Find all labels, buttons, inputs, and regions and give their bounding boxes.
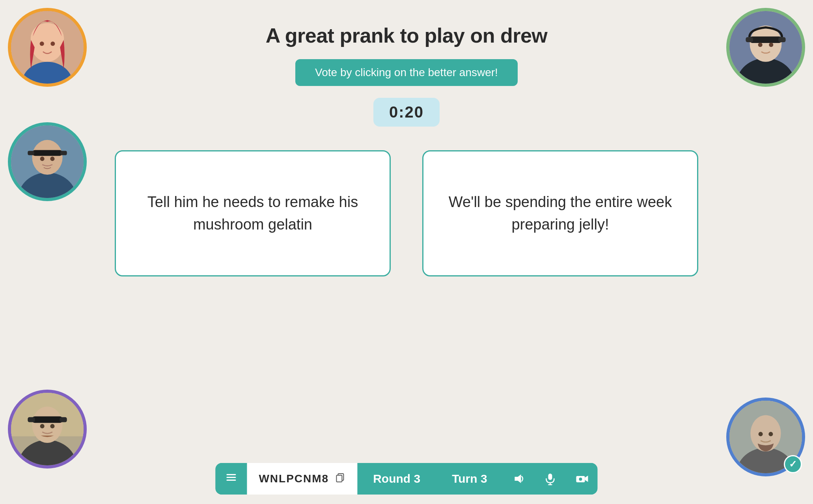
turn-display: Turn 3 xyxy=(436,463,503,495)
avatar-wrapper-bottom-left xyxy=(8,390,87,469)
answer-card-left-text: Tell him he needs to remake his mushroom… xyxy=(140,191,366,236)
svg-point-21 xyxy=(40,157,45,161)
avatar-bottom-left xyxy=(8,390,87,469)
vote-banner: Vote by clicking on the better answer! xyxy=(295,59,518,86)
svg-point-3 xyxy=(31,23,64,53)
svg-point-4 xyxy=(40,41,44,46)
svg-rect-19 xyxy=(28,151,34,155)
svg-rect-29 xyxy=(60,417,67,422)
answer-cards: Tell him he needs to remake his mushroom… xyxy=(0,150,813,276)
svg-marker-47 xyxy=(585,476,588,482)
svg-point-13 xyxy=(769,43,773,47)
answer-card-left[interactable]: Tell him he needs to remake his mushroom… xyxy=(115,150,391,276)
avatar-top-left xyxy=(8,8,87,87)
svg-rect-10 xyxy=(746,37,753,42)
mic-button[interactable] xyxy=(535,463,566,495)
svg-rect-37 xyxy=(226,474,236,475)
svg-rect-18 xyxy=(32,150,62,156)
svg-rect-43 xyxy=(548,474,552,480)
avatar-wrapper-bottom-right: ✓ xyxy=(726,398,805,476)
player5-avatar-container: ✓ xyxy=(726,398,805,476)
round-display: Round 3 xyxy=(357,463,436,495)
game-container: ✓ A great prank to play on drew Vote by … xyxy=(0,0,813,504)
check-icon: ✓ xyxy=(789,459,797,470)
question-title: A great prank to play on drew xyxy=(266,24,548,47)
svg-point-5 xyxy=(50,41,55,46)
svg-point-26 xyxy=(32,407,62,443)
avatar-wrapper-top-right xyxy=(726,8,805,87)
svg-rect-27 xyxy=(32,416,63,423)
player3-face xyxy=(11,125,84,198)
bottom-bar: WNLPCNM8 Round 3 Turn 3 xyxy=(215,463,597,495)
svg-point-48 xyxy=(579,478,582,481)
player4-face xyxy=(11,393,84,465)
answer-card-right-text: We'll be spending the entire week prepar… xyxy=(447,191,673,236)
svg-point-12 xyxy=(758,43,763,47)
svg-marker-42 xyxy=(515,474,521,483)
game-code-display: WNLPCNM8 xyxy=(247,463,357,495)
avatar-wrapper-top-left xyxy=(8,8,87,87)
player2-face xyxy=(729,11,802,84)
svg-point-22 xyxy=(50,157,54,161)
svg-point-17 xyxy=(32,140,62,175)
svg-rect-38 xyxy=(226,477,236,478)
list-icon xyxy=(224,470,238,487)
volume-button[interactable] xyxy=(503,463,535,495)
camera-button[interactable] xyxy=(566,463,598,495)
svg-rect-41 xyxy=(336,475,342,482)
timer-display: 0:20 xyxy=(373,98,440,127)
svg-rect-11 xyxy=(778,37,785,42)
main-content: A great prank to play on drew Vote by cl… xyxy=(0,0,813,276)
player1-face xyxy=(11,11,84,84)
svg-point-31 xyxy=(50,424,54,428)
answer-card-right[interactable]: We'll be spending the entire week prepar… xyxy=(422,150,698,276)
game-code-text: WNLPCNM8 xyxy=(259,472,329,485)
svg-point-36 xyxy=(768,432,773,436)
svg-rect-39 xyxy=(226,480,236,481)
svg-rect-28 xyxy=(28,417,35,422)
player5-badge: ✓ xyxy=(784,455,802,473)
svg-rect-9 xyxy=(750,36,782,43)
avatar-top-right xyxy=(726,8,805,87)
menu-button[interactable] xyxy=(215,463,247,495)
copy-icon[interactable] xyxy=(334,472,345,485)
svg-point-30 xyxy=(40,424,45,428)
avatar-wrapper-mid-left xyxy=(8,122,87,201)
svg-rect-20 xyxy=(60,151,67,155)
svg-point-35 xyxy=(759,432,763,436)
avatar-mid-left xyxy=(8,122,87,201)
